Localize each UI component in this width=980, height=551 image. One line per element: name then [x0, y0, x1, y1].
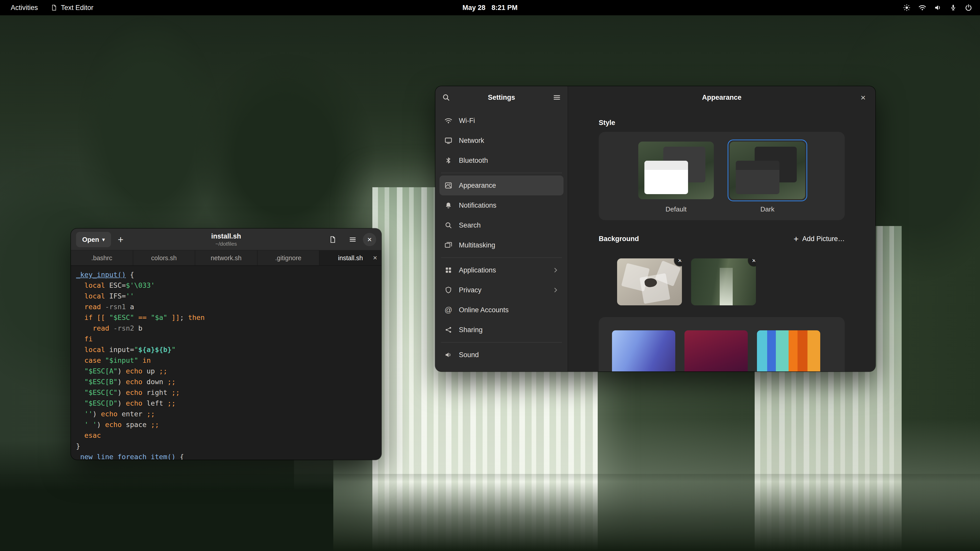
editor-headerbar: Open ▾ + install.sh ~/dotfiles ×	[71, 229, 381, 251]
focused-app-label: Text Editor	[61, 4, 94, 12]
new-tab-button[interactable]: +	[113, 232, 128, 247]
style-option-default[interactable]: Default	[636, 140, 716, 213]
tab-label: install.sh	[338, 254, 363, 262]
tab-close-icon[interactable]: ×	[373, 254, 377, 262]
style-preview-wrap	[636, 140, 716, 201]
sidebar-item-notifications[interactable]: Notifications	[439, 195, 563, 215]
add-picture-button[interactable]: + Add Picture…	[794, 234, 845, 243]
tab-colors-sh[interactable]: colors.sh	[133, 251, 196, 265]
settings-panel: Appearance × Style Default	[568, 86, 875, 372]
sidebar-list: Wi-Fi Network Bluetooth	[435, 109, 568, 372]
default-wallpapers-card	[599, 317, 845, 372]
tab-gitignore[interactable]: .gitignore	[258, 251, 320, 265]
wifi-icon	[444, 117, 453, 125]
wallpaper-option-maroon[interactable]	[684, 330, 748, 372]
sidebar-item-label: Network	[459, 137, 484, 144]
sidebar-item-sound[interactable]: Sound	[439, 345, 563, 365]
style-heading: Style	[599, 119, 845, 127]
sidebar-item-network[interactable]: Network	[439, 130, 563, 151]
wallpaper-option-teal-orange[interactable]	[757, 330, 820, 372]
main-menu-button[interactable]	[345, 232, 360, 247]
remove-background-button[interactable]: ×	[748, 259, 756, 266]
style-preview-wrap	[728, 140, 807, 201]
activities-button[interactable]: Activities	[8, 3, 41, 13]
tab-label: .gitignore	[275, 254, 301, 262]
sidebar-item-bluetooth[interactable]: Bluetooth	[439, 151, 563, 170]
tab-label: colors.sh	[151, 254, 177, 262]
tab-bashrc[interactable]: .bashrc	[71, 251, 133, 265]
sound-icon	[444, 351, 453, 359]
plus-icon: +	[794, 234, 799, 243]
sidebar-item-label: Notifications	[459, 202, 496, 210]
open-button-label: Open	[82, 236, 99, 244]
sidebar-item-label: Multitasking	[459, 241, 495, 249]
appearance-icon	[444, 181, 453, 189]
sidebar-item-search[interactable]: Search	[439, 215, 563, 235]
network-icon	[444, 137, 453, 144]
settings-window: Settings Wi-Fi Netwo	[435, 86, 875, 372]
sidebar-item-label: Sharing	[459, 326, 483, 334]
style-option-label: Dark	[760, 205, 775, 213]
background-thumbnail-abstract[interactable]: ×	[617, 259, 682, 305]
panel-title: Appearance	[702, 94, 741, 102]
sidebar-item-label: Applications	[459, 266, 496, 274]
notifications-icon	[444, 202, 453, 209]
document-properties-button[interactable]	[325, 232, 340, 247]
text-editor-icon	[51, 4, 57, 11]
document-path: ~/dotfiles	[211, 241, 241, 247]
sidebar-item-appearance[interactable]: Appearance	[439, 176, 563, 195]
style-preview-default	[638, 141, 714, 199]
online-accounts-icon: @	[444, 306, 453, 314]
focused-app-menu[interactable]: Text Editor	[51, 4, 94, 12]
sidebar-item-wifi[interactable]: Wi-Fi	[439, 111, 563, 130]
style-option-dark[interactable]: Dark	[728, 140, 807, 213]
settings-sidebar: Settings Wi-Fi Netwo	[435, 86, 568, 372]
power-icon	[965, 4, 972, 11]
sidebar-item-applications[interactable]: Applications	[439, 260, 563, 280]
search-icon	[444, 221, 453, 229]
sidebar-item-multitasking[interactable]: Multitasking	[439, 235, 563, 255]
sidebar-item-privacy[interactable]: Privacy	[439, 280, 563, 300]
sidebar-headerbar: Settings	[435, 86, 568, 109]
sidebar-item-label: Power	[459, 371, 479, 372]
style-option-label: Default	[666, 205, 687, 213]
sidebar-item-label: Online Accounts	[459, 306, 509, 314]
background-heading: Background	[599, 235, 639, 243]
sidebar-item-label: Privacy	[459, 286, 482, 294]
caret-down-icon: ▾	[102, 237, 105, 243]
code-area[interactable]: _key_input() { local ESC=$'\033' local I…	[71, 266, 381, 460]
editor-title: install.sh ~/dotfiles	[211, 232, 241, 247]
background-thumbnail-forest[interactable]: ×	[691, 259, 756, 305]
sidebar-item-power[interactable]: Power	[439, 365, 563, 372]
text-editor-window: Open ▾ + install.sh ~/dotfiles × .bashrc…	[71, 229, 381, 460]
search-icon[interactable]	[442, 94, 450, 102]
close-window-button[interactable]: ×	[363, 233, 376, 246]
wallpaper-option-blue-purple[interactable]	[612, 330, 675, 372]
sidebar-item-label: Sound	[459, 351, 479, 359]
tab-bar: .bashrc colors.sh network.sh .gitignore …	[71, 251, 381, 266]
menu-icon[interactable]	[553, 94, 561, 102]
sidebar-separator	[441, 342, 562, 343]
tab-label: network.sh	[211, 254, 242, 262]
tab-install-sh[interactable]: install.sh ×	[320, 251, 381, 265]
sidebar-item-label: Bluetooth	[459, 157, 488, 165]
open-button[interactable]: Open ▾	[76, 232, 111, 247]
remove-background-button[interactable]: ×	[674, 259, 682, 266]
clock-date: May 28	[463, 4, 485, 12]
sidebar-item-sharing[interactable]: Sharing	[439, 320, 563, 340]
clock-button[interactable]: May 28 8:21 PM	[463, 4, 517, 12]
sidebar-item-online-accounts[interactable]: @ Online Accounts	[439, 300, 563, 320]
tab-network-sh[interactable]: network.sh	[195, 251, 258, 265]
custom-backgrounds-row: × ×	[617, 259, 845, 305]
close-settings-button[interactable]: ×	[856, 91, 870, 104]
add-picture-label: Add Picture…	[802, 235, 845, 243]
style-preview-dark	[730, 141, 805, 199]
bluetooth-icon	[444, 157, 453, 164]
sidebar-separator	[441, 173, 562, 173]
system-status-area[interactable]	[903, 3, 980, 12]
style-card: Default Dark	[599, 132, 845, 220]
sidebar-separator	[441, 257, 562, 258]
sidebar-item-label: Search	[459, 221, 481, 229]
panel-headerbar: Appearance ×	[568, 86, 875, 109]
sharing-icon	[444, 326, 453, 333]
